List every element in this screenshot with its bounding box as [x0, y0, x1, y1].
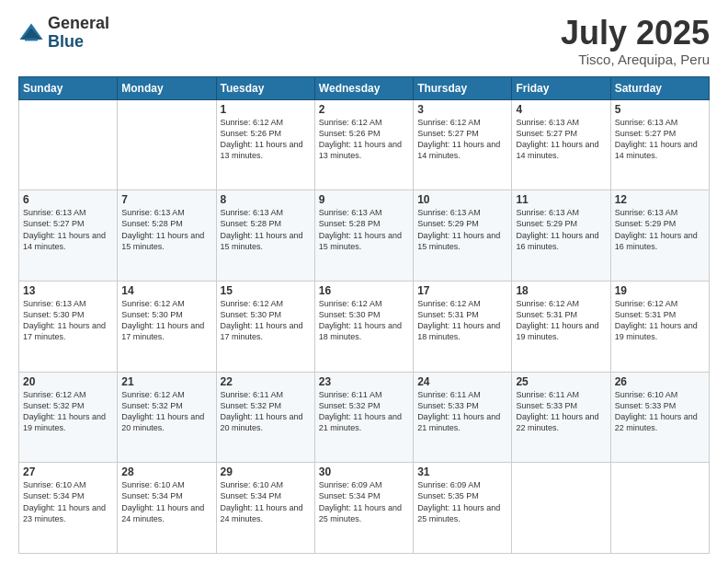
cell-info: Sunrise: 6:12 AMSunset: 5:26 PMDaylight:… [221, 117, 311, 162]
col-saturday: Saturday [610, 76, 709, 99]
logo-text: General Blue [48, 15, 109, 52]
calendar-cell: 6Sunrise: 6:13 AMSunset: 5:27 PMDaylight… [19, 190, 118, 282]
calendar-week-3: 20Sunrise: 6:12 AMSunset: 5:32 PMDayligh… [19, 372, 710, 463]
calendar-cell: 25Sunrise: 6:11 AMSunset: 5:33 PMDayligh… [512, 372, 610, 463]
calendar-cell: 7Sunrise: 6:13 AMSunset: 5:28 PMDaylight… [118, 190, 216, 282]
day-number: 8 [221, 193, 311, 206]
day-number: 23 [319, 375, 409, 388]
calendar-cell: 8Sunrise: 6:13 AMSunset: 5:28 PMDaylight… [216, 190, 314, 282]
calendar-cell: 2Sunrise: 6:12 AMSunset: 5:26 PMDaylight… [314, 99, 413, 190]
day-number: 29 [221, 465, 311, 478]
day-number: 30 [319, 465, 409, 478]
day-number: 22 [221, 375, 311, 388]
day-number: 28 [121, 465, 211, 478]
calendar-table: Sunday Monday Tuesday Wednesday Thursday… [18, 76, 710, 554]
calendar-cell: 11Sunrise: 6:13 AMSunset: 5:29 PMDayligh… [512, 190, 610, 282]
day-number: 24 [417, 375, 507, 388]
cell-info: Sunrise: 6:11 AMSunset: 5:33 PMDaylight:… [516, 389, 606, 434]
cell-info: Sunrise: 6:10 AMSunset: 5:34 PMDaylight:… [121, 479, 211, 524]
calendar-header-row: Sunday Monday Tuesday Wednesday Thursday… [19, 76, 710, 99]
title-location: Tisco, Arequipa, Peru [561, 52, 710, 67]
calendar-cell: 4Sunrise: 6:13 AMSunset: 5:27 PMDaylight… [512, 99, 610, 190]
logo: General Blue [18, 15, 109, 52]
day-number: 25 [516, 375, 606, 388]
day-number: 19 [615, 284, 705, 297]
calendar-cell: 22Sunrise: 6:11 AMSunset: 5:32 PMDayligh… [216, 372, 314, 463]
cell-info: Sunrise: 6:13 AMSunset: 5:29 PMDaylight:… [615, 207, 705, 252]
cell-info: Sunrise: 6:12 AMSunset: 5:27 PMDaylight:… [417, 117, 507, 162]
col-monday: Monday [118, 76, 216, 99]
cell-info: Sunrise: 6:12 AMSunset: 5:31 PMDaylight:… [516, 298, 606, 343]
calendar-cell: 9Sunrise: 6:13 AMSunset: 5:28 PMDaylight… [314, 190, 413, 282]
calendar-cell: 12Sunrise: 6:13 AMSunset: 5:29 PMDayligh… [610, 190, 709, 282]
day-number: 9 [319, 193, 409, 206]
day-number: 2 [319, 103, 409, 116]
calendar-cell: 29Sunrise: 6:10 AMSunset: 5:34 PMDayligh… [216, 463, 314, 554]
calendar-week-2: 13Sunrise: 6:13 AMSunset: 5:30 PMDayligh… [19, 281, 710, 372]
logo-icon [18, 20, 44, 46]
cell-info: Sunrise: 6:09 AMSunset: 5:35 PMDaylight:… [417, 479, 507, 524]
cell-info: Sunrise: 6:13 AMSunset: 5:29 PMDaylight:… [516, 207, 606, 252]
calendar-cell: 26Sunrise: 6:10 AMSunset: 5:33 PMDayligh… [610, 372, 709, 463]
svg-rect-2 [25, 38, 38, 40]
cell-info: Sunrise: 6:13 AMSunset: 5:28 PMDaylight:… [221, 207, 311, 252]
day-number: 20 [23, 375, 113, 388]
cell-info: Sunrise: 6:11 AMSunset: 5:32 PMDaylight:… [319, 389, 409, 434]
calendar-week-4: 27Sunrise: 6:10 AMSunset: 5:34 PMDayligh… [19, 463, 710, 554]
calendar-cell [512, 463, 610, 554]
title-month: July 2025 [561, 15, 710, 52]
col-friday: Friday [512, 76, 610, 99]
calendar-cell: 17Sunrise: 6:12 AMSunset: 5:31 PMDayligh… [414, 281, 512, 372]
calendar-cell: 30Sunrise: 6:09 AMSunset: 5:34 PMDayligh… [314, 463, 413, 554]
cell-info: Sunrise: 6:13 AMSunset: 5:30 PMDaylight:… [23, 298, 113, 343]
day-number: 26 [615, 375, 705, 388]
day-number: 14 [121, 284, 211, 297]
calendar-cell: 31Sunrise: 6:09 AMSunset: 5:35 PMDayligh… [414, 463, 512, 554]
day-number: 27 [23, 465, 113, 478]
calendar-cell: 28Sunrise: 6:10 AMSunset: 5:34 PMDayligh… [118, 463, 216, 554]
calendar-cell: 23Sunrise: 6:11 AMSunset: 5:32 PMDayligh… [314, 372, 413, 463]
col-tuesday: Tuesday [216, 76, 314, 99]
col-wednesday: Wednesday [314, 76, 413, 99]
day-number: 31 [417, 465, 507, 478]
cell-info: Sunrise: 6:11 AMSunset: 5:33 PMDaylight:… [417, 389, 507, 434]
col-sunday: Sunday [19, 76, 118, 99]
title-block: July 2025 Tisco, Arequipa, Peru [561, 15, 710, 67]
calendar-cell: 1Sunrise: 6:12 AMSunset: 5:26 PMDaylight… [216, 99, 314, 190]
cell-info: Sunrise: 6:12 AMSunset: 5:31 PMDaylight:… [615, 298, 705, 343]
cell-info: Sunrise: 6:10 AMSunset: 5:34 PMDaylight:… [221, 479, 311, 524]
calendar-cell: 10Sunrise: 6:13 AMSunset: 5:29 PMDayligh… [414, 190, 512, 282]
day-number: 7 [121, 193, 211, 206]
calendar-cell: 18Sunrise: 6:12 AMSunset: 5:31 PMDayligh… [512, 281, 610, 372]
calendar-cell [118, 99, 216, 190]
calendar-cell [19, 99, 118, 190]
day-number: 15 [221, 284, 311, 297]
col-thursday: Thursday [414, 76, 512, 99]
cell-info: Sunrise: 6:12 AMSunset: 5:32 PMDaylight:… [23, 389, 113, 434]
calendar-cell [610, 463, 709, 554]
calendar-cell: 5Sunrise: 6:13 AMSunset: 5:27 PMDaylight… [610, 99, 709, 190]
day-number: 18 [516, 284, 606, 297]
calendar-week-0: 1Sunrise: 6:12 AMSunset: 5:26 PMDaylight… [19, 99, 710, 190]
cell-info: Sunrise: 6:12 AMSunset: 5:26 PMDaylight:… [319, 117, 409, 162]
day-number: 5 [615, 103, 705, 116]
logo-blue-text: Blue [48, 33, 109, 52]
calendar-week-1: 6Sunrise: 6:13 AMSunset: 5:27 PMDaylight… [19, 190, 710, 282]
day-number: 21 [121, 375, 211, 388]
cell-info: Sunrise: 6:13 AMSunset: 5:28 PMDaylight:… [319, 207, 409, 252]
header: General Blue July 2025 Tisco, Arequipa, … [18, 15, 710, 67]
cell-info: Sunrise: 6:13 AMSunset: 5:27 PMDaylight:… [516, 117, 606, 162]
cell-info: Sunrise: 6:13 AMSunset: 5:27 PMDaylight:… [23, 207, 113, 252]
day-number: 17 [417, 284, 507, 297]
cell-info: Sunrise: 6:12 AMSunset: 5:30 PMDaylight:… [121, 298, 211, 343]
cell-info: Sunrise: 6:13 AMSunset: 5:28 PMDaylight:… [121, 207, 211, 252]
day-number: 10 [417, 193, 507, 206]
day-number: 13 [23, 284, 113, 297]
calendar-cell: 16Sunrise: 6:12 AMSunset: 5:30 PMDayligh… [314, 281, 413, 372]
day-number: 16 [319, 284, 409, 297]
day-number: 3 [417, 103, 507, 116]
cell-info: Sunrise: 6:13 AMSunset: 5:27 PMDaylight:… [615, 117, 705, 162]
calendar-cell: 15Sunrise: 6:12 AMSunset: 5:30 PMDayligh… [216, 281, 314, 372]
calendar-cell: 3Sunrise: 6:12 AMSunset: 5:27 PMDaylight… [414, 99, 512, 190]
day-number: 12 [615, 193, 705, 206]
